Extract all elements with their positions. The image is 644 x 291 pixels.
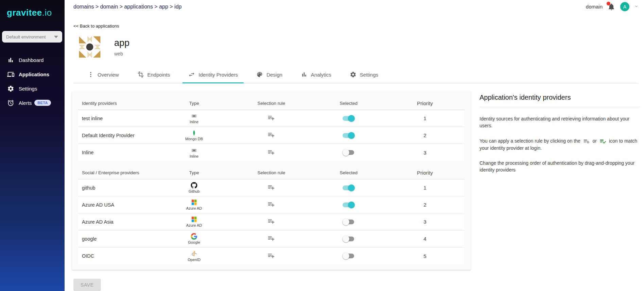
selection-rule-button[interactable]: [267, 217, 276, 227]
provider-type-label: Inline: [190, 154, 198, 158]
tab-settings[interactable]: Settings: [341, 67, 387, 83]
selection-rule-button[interactable]: [267, 148, 276, 158]
table-header-row: Identity providers Type Selection rule S…: [78, 97, 465, 110]
bar-chart-icon: [301, 71, 308, 78]
environment-selector[interactable]: Default environment: [2, 31, 62, 43]
back-to-applications-link[interactable]: << Back to applications: [73, 23, 119, 29]
provider-type-label: Azure AD: [186, 206, 202, 210]
tab-identity-providers[interactable]: Identity Providers: [179, 67, 247, 83]
beta-badge: BETA: [34, 100, 51, 106]
selection-rule-button[interactable]: [267, 234, 276, 244]
provider-type: Google: [157, 233, 231, 244]
save-button[interactable]: SAVE: [73, 279, 101, 291]
column-header-selection-rule: Selection rule: [231, 101, 312, 106]
mongodb-icon: [190, 130, 198, 136]
selection-rule-button[interactable]: [267, 200, 276, 210]
provider-type-label: Github: [189, 189, 199, 193]
table-row[interactable]: Azure AD Asia Azure AD 3: [78, 213, 465, 230]
tab-design[interactable]: Design: [247, 67, 292, 83]
inline-icon: [190, 147, 198, 153]
provider-name: google: [78, 236, 157, 242]
column-header-priority: Priority: [385, 170, 465, 176]
google-icon: [190, 233, 198, 240]
topbar: domains > domain > applications > app > …: [65, 0, 644, 13]
table-header-row: Social / Enterprise providers Type Selec…: [78, 166, 465, 179]
notifications-button[interactable]: [607, 3, 615, 11]
provider-name: test inline: [78, 116, 157, 121]
gear-icon: [7, 85, 14, 92]
content: Identity providers Type Selection rule S…: [72, 92, 640, 270]
selected-toggle[interactable]: [343, 253, 355, 259]
tab-label: Endpoints: [147, 72, 170, 78]
help-paragraph-3: Change the processing order of authentic…: [480, 160, 640, 174]
table-row[interactable]: github Github 1: [78, 179, 465, 196]
openid-icon: [190, 250, 198, 257]
selected-toggle[interactable]: [343, 219, 355, 225]
column-header-selection-rule: Selection rule: [231, 170, 312, 175]
column-header-providers: Social / Enterprise providers: [78, 170, 157, 175]
more-vert-icon: [87, 71, 94, 78]
sidebar-item-label: Applications: [19, 71, 49, 77]
table-row[interactable]: Azure AD USA Azure AD 2: [78, 196, 465, 213]
help-paragraph-2: You can apply a selection rule by clicki…: [480, 138, 640, 152]
table-row[interactable]: google Google 4: [78, 230, 465, 247]
priority-value: 3: [385, 150, 465, 156]
provider-type: Azure AD: [157, 199, 231, 210]
table-row[interactable]: Default Identity Provider Mongo DB 2: [78, 127, 465, 144]
devices-icon: [7, 71, 14, 78]
column-header-providers: Identity providers: [78, 101, 157, 106]
provider-name: Azure AD Asia: [78, 219, 157, 225]
selected-toggle[interactable]: [343, 132, 355, 139]
sidebar-item-alerts[interactable]: Alerts BETA: [0, 96, 65, 110]
tab-label: Identity Providers: [198, 72, 238, 78]
github-icon: [190, 182, 198, 189]
sidebar-item-dashboard[interactable]: Dashboard: [0, 53, 65, 67]
domain-label[interactable]: domain: [586, 4, 603, 10]
provider-type-label: Mongo DB: [185, 137, 203, 141]
provider-name: github: [78, 185, 157, 191]
chevron-down-icon[interactable]: [634, 4, 639, 10]
sidebar-item-settings[interactable]: Settings: [0, 81, 65, 96]
tab-analytics[interactable]: Analytics: [292, 67, 341, 83]
tab-overview[interactable]: Overview: [78, 67, 128, 83]
column-header-type: Type: [157, 170, 231, 175]
breadcrumb[interactable]: domains > domain > applications > app > …: [73, 4, 181, 10]
priority-value: 5: [385, 253, 465, 259]
azuread-icon: [190, 216, 198, 223]
avatar[interactable]: A: [620, 2, 629, 11]
priority-value: 3: [385, 219, 465, 225]
selection-rule-button[interactable]: [267, 113, 276, 123]
provider-type-label: Google: [188, 240, 200, 244]
selection-rule-button[interactable]: [267, 130, 276, 140]
tab-label: Settings: [360, 72, 378, 78]
table-row[interactable]: OIDC OpenID 5: [78, 247, 465, 264]
selected-toggle[interactable]: [343, 149, 355, 156]
table-row[interactable]: test inline Inline 1: [78, 110, 465, 127]
selected-toggle[interactable]: [343, 236, 355, 242]
page-title: app: [114, 38, 129, 48]
priority-value: 2: [385, 202, 465, 208]
identity-providers-table: Identity providers Type Selection rule S…: [72, 92, 471, 270]
priority-value: 1: [385, 185, 465, 191]
selected-toggle[interactable]: [343, 201, 355, 208]
selection-rule-button[interactable]: [267, 251, 276, 261]
environment-selector-value: Default environment: [6, 34, 46, 39]
priority-value: 1: [385, 115, 465, 121]
sidebar-item-label: Dashboard: [19, 57, 43, 63]
priority-value: 2: [385, 132, 465, 138]
tab-label: Overview: [98, 72, 119, 78]
tab-endpoints[interactable]: Endpoints: [128, 67, 179, 83]
topbar-right: domain A: [586, 2, 639, 11]
table-row[interactable]: Inline Inline 3: [78, 144, 465, 161]
sidebar-item-applications[interactable]: Applications: [0, 67, 65, 81]
selection-rule-button[interactable]: [267, 183, 276, 193]
notification-dot: [607, 2, 610, 5]
column-header-selected: Selected: [312, 170, 385, 175]
selected-toggle[interactable]: [343, 184, 355, 191]
swap-horiz-icon: [188, 71, 195, 78]
gravitee-logo: gravitee.io: [0, 0, 65, 18]
selected-toggle[interactable]: [343, 115, 355, 122]
provider-type-label: Inline: [190, 120, 198, 124]
provider-type: Github: [157, 182, 231, 193]
provider-name: Inline: [78, 150, 157, 155]
